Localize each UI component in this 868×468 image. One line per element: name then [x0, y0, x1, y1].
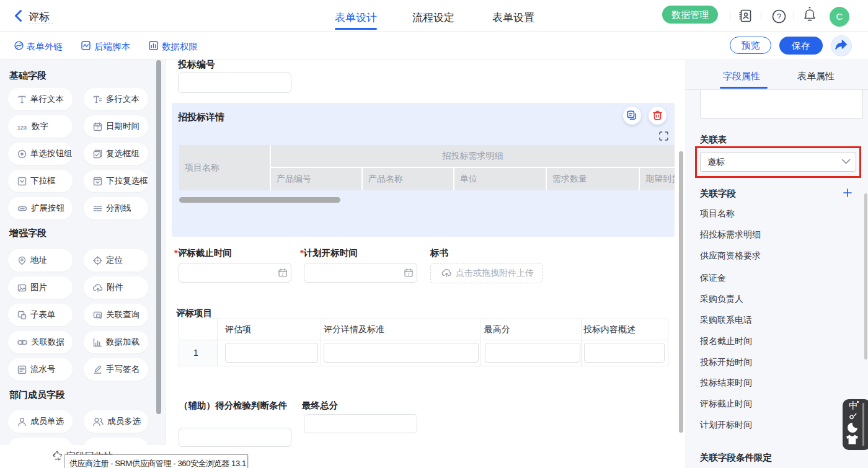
svg-text:7: 7 [97, 126, 99, 130]
svg-text:7: 7 [281, 272, 284, 276]
svg-text:123: 123 [17, 124, 27, 130]
svg-text:7: 7 [407, 272, 410, 276]
svg-text:?: ? [777, 12, 781, 21]
